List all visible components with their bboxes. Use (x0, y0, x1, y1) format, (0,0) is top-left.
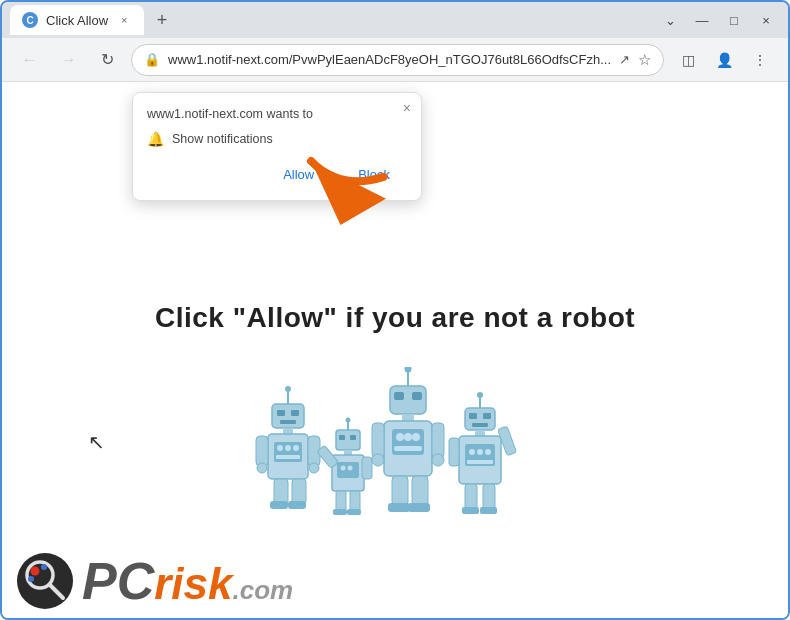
svg-point-16 (257, 463, 267, 473)
popup-show-notifications-text: Show notifications (172, 132, 273, 146)
svg-point-17 (309, 463, 319, 473)
svg-rect-63 (472, 423, 488, 427)
svg-point-2 (285, 386, 291, 392)
svg-rect-74 (483, 484, 495, 510)
svg-point-52 (372, 454, 384, 466)
tab-title: Click Allow (46, 13, 108, 28)
svg-point-23 (346, 418, 351, 423)
forward-button[interactable]: → (53, 44, 84, 76)
svg-point-47 (404, 433, 412, 441)
svg-point-48 (412, 433, 420, 441)
new-tab-button[interactable]: + (148, 6, 176, 34)
svg-rect-37 (347, 509, 361, 515)
share-icon: ↗ (619, 52, 630, 67)
arrow-container (312, 132, 392, 216)
svg-rect-19 (292, 479, 306, 504)
svg-point-67 (469, 449, 475, 455)
pc-logo-text: PC (82, 555, 154, 607)
svg-point-12 (293, 445, 299, 451)
svg-rect-76 (480, 507, 497, 514)
svg-rect-54 (392, 476, 408, 506)
sidebar-toggle-button[interactable]: ◫ (672, 44, 704, 76)
svg-point-31 (348, 466, 353, 471)
popup-close-button[interactable]: × (403, 101, 411, 115)
svg-rect-64 (475, 430, 485, 436)
svg-rect-71 (449, 438, 459, 466)
svg-rect-61 (469, 413, 477, 419)
url-text: www1.notif-next.com/PvwPylEaenADcF8yeOH_… (168, 52, 611, 67)
svg-point-30 (341, 466, 346, 471)
svg-rect-70 (467, 460, 493, 464)
svg-rect-49 (394, 446, 422, 451)
robots-illustration (250, 367, 540, 527)
arrow-icon (297, 117, 406, 226)
close-window-button[interactable]: × (752, 6, 780, 34)
profile-button[interactable]: 👤 (708, 44, 740, 76)
lock-icon: 🔒 (144, 52, 160, 67)
svg-rect-14 (256, 436, 268, 466)
svg-rect-3 (272, 404, 304, 428)
svg-rect-43 (402, 414, 414, 421)
svg-point-10 (277, 445, 283, 451)
svg-rect-56 (388, 503, 410, 512)
svg-point-68 (477, 449, 483, 455)
nav-bar: ← → ↻ 🔒 www1.notif-next.com/PvwPylEaenAD… (2, 38, 788, 82)
svg-rect-75 (462, 507, 479, 514)
pcrisk-icon (16, 552, 74, 610)
svg-rect-45 (392, 429, 424, 455)
svg-point-53 (432, 454, 444, 466)
svg-point-11 (285, 445, 291, 451)
svg-rect-73 (465, 484, 477, 510)
mouse-cursor: ↖ (88, 430, 105, 454)
svg-rect-18 (274, 479, 288, 504)
svg-rect-21 (288, 501, 306, 509)
svg-rect-4 (277, 410, 285, 416)
svg-point-59 (477, 392, 483, 398)
tab-area: C Click Allow × + (10, 5, 656, 35)
svg-rect-5 (291, 410, 299, 416)
svg-rect-24 (336, 430, 360, 450)
menu-button[interactable]: ⋮ (744, 44, 776, 76)
svg-rect-33 (362, 457, 372, 479)
svg-point-80 (31, 567, 40, 576)
svg-rect-13 (276, 455, 300, 459)
svg-rect-40 (390, 386, 426, 414)
tab-search-button[interactable]: ⌄ (656, 6, 684, 34)
svg-rect-20 (270, 501, 288, 509)
maximize-button[interactable]: □ (720, 6, 748, 34)
risk-logo-text: risk (154, 562, 232, 606)
svg-point-39 (405, 367, 412, 373)
svg-point-69 (485, 449, 491, 455)
title-bar: C Click Allow × + ⌄ — □ × (2, 2, 788, 38)
com-logo-text: .com (233, 577, 294, 603)
svg-rect-34 (336, 491, 346, 511)
svg-point-82 (28, 576, 34, 582)
robots-svg (250, 367, 540, 527)
favicon-letter: C (26, 15, 33, 26)
svg-rect-42 (412, 392, 422, 400)
svg-rect-36 (333, 509, 347, 515)
bookmark-icon[interactable]: ☆ (638, 51, 651, 69)
svg-point-81 (41, 564, 47, 570)
tab-close-button[interactable]: × (116, 12, 132, 28)
svg-rect-26 (350, 435, 356, 440)
svg-rect-51 (432, 423, 444, 458)
active-tab[interactable]: C Click Allow × (10, 5, 144, 35)
svg-rect-55 (412, 476, 428, 506)
minimize-button[interactable]: — (688, 6, 716, 34)
pcrisk-logo: PCrisk.com (16, 552, 293, 610)
svg-rect-29 (337, 462, 359, 478)
refresh-button[interactable]: ↻ (92, 44, 123, 76)
address-bar[interactable]: 🔒 www1.notif-next.com/PvwPylEaenADcF8yeO… (131, 44, 664, 76)
nav-icons: ◫ 👤 ⋮ (672, 44, 776, 76)
back-button[interactable]: ← (14, 44, 45, 76)
svg-rect-41 (394, 392, 404, 400)
svg-rect-35 (350, 491, 360, 511)
svg-rect-6 (280, 420, 296, 424)
window-controls: ⌄ — □ × (656, 6, 780, 34)
svg-rect-7 (283, 428, 293, 434)
svg-rect-50 (372, 423, 384, 458)
tab-favicon: C (22, 12, 38, 28)
svg-point-46 (396, 433, 404, 441)
main-heading: Click "Allow" if you are not a robot (2, 302, 788, 334)
